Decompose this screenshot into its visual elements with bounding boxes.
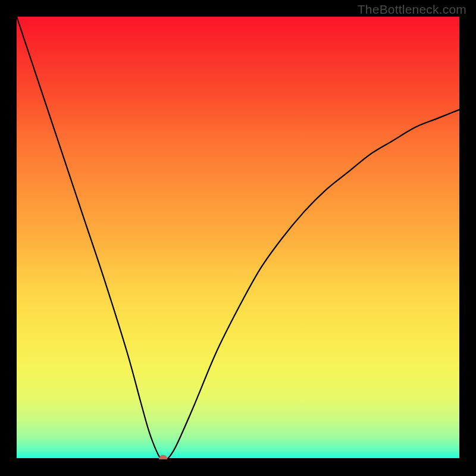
watermark-text: TheBottleneck.com [358, 2, 466, 17]
chart-frame: TheBottleneck.com [0, 0, 476, 476]
bottleneck-curve [17, 17, 459, 459]
min-point-marker [159, 455, 167, 460]
plot-area [17, 17, 459, 459]
x-axis-baseline [17, 458, 459, 459]
